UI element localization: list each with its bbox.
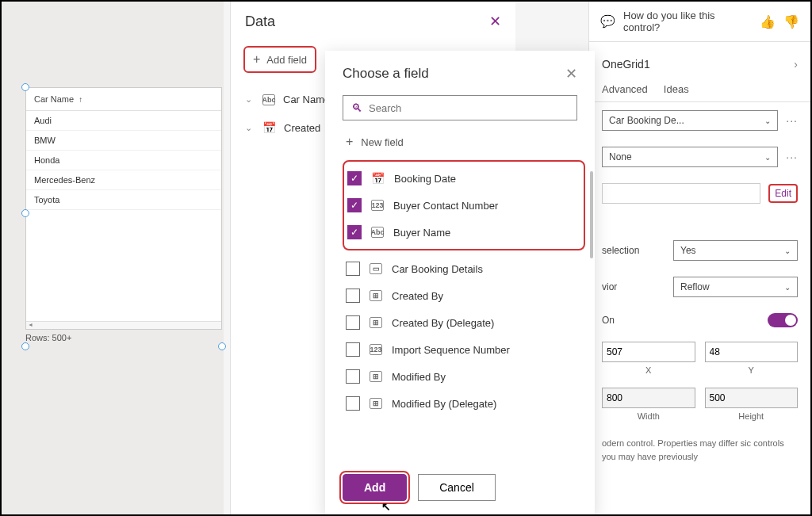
field-list[interactable]: ✓ 📅 Booking Date ✓ 123 Buyer Contact Num… xyxy=(325,155,595,463)
grid-hscroll[interactable] xyxy=(26,321,221,329)
search-input[interactable] xyxy=(369,102,569,114)
width-input[interactable] xyxy=(602,388,695,408)
chevron-down-icon: ⌄ xyxy=(764,117,771,125)
checkbox-unchecked[interactable] xyxy=(346,369,360,384)
grid-column-header[interactable]: Car Name ↑ xyxy=(26,88,221,111)
checked-fields-highlight: ✓ 📅 Booking Date ✓ 123 Buyer Contact Num… xyxy=(343,160,585,250)
new-field-button[interactable]: + New field xyxy=(325,128,595,155)
checkbox-checked[interactable]: ✓ xyxy=(347,225,362,239)
field-option[interactable]: ▭ Car Booking Details xyxy=(343,255,585,282)
text-type-icon: Abc xyxy=(371,227,384,238)
grid-row[interactable]: Toyota xyxy=(26,190,221,210)
flyout-title: Choose a field xyxy=(343,66,429,82)
rows-count-label: Rows: 500+ xyxy=(25,333,71,342)
control-name-header[interactable]: OneGrid1 › xyxy=(589,42,810,77)
checkbox-unchecked[interactable] xyxy=(346,315,360,330)
field-option[interactable]: ✓ 123 Buyer Contact Number xyxy=(344,192,584,219)
field-option[interactable]: ⊞ Created By (Delegate) xyxy=(343,309,585,336)
search-box[interactable]: 🔍︎ xyxy=(343,95,577,120)
field-option[interactable]: ✓ 📅 Booking Date xyxy=(344,165,584,192)
thumbs-down-icon[interactable]: 👎 xyxy=(783,14,799,29)
field-option[interactable]: ⊞ Modified By xyxy=(343,363,585,390)
selection-handle[interactable] xyxy=(21,83,29,91)
control-name: OneGrid1 xyxy=(602,58,650,71)
feedback-question: How do you like this control? xyxy=(623,10,752,33)
x-input[interactable] xyxy=(602,342,695,362)
chevron-down-icon: ⌄ xyxy=(245,94,255,105)
grid-row[interactable]: Mercedes-Benz xyxy=(26,170,221,190)
field-option-label: Booking Date xyxy=(394,173,456,185)
close-icon[interactable]: ✕ xyxy=(565,65,577,82)
add-field-button[interactable]: + Add field xyxy=(243,46,316,73)
modern-control-note: odern control. Properties may differ sic… xyxy=(589,427,810,472)
checkbox-checked[interactable]: ✓ xyxy=(347,198,362,212)
field-label: Car Name xyxy=(283,94,330,105)
field-option-label: Import Sequence Number xyxy=(392,344,510,356)
views-value: None xyxy=(609,151,632,162)
date-type-icon: 📅 xyxy=(262,121,276,134)
more-icon[interactable]: ··· xyxy=(786,151,798,163)
datasource-value: Car Booking De... xyxy=(609,115,684,126)
properties-panel: 💬 How do you like this control? 👍 👎 OneG… xyxy=(588,2,810,516)
y-input[interactable] xyxy=(705,342,799,362)
selection-handle[interactable] xyxy=(218,342,226,350)
selection-dropdown[interactable]: Yes ⌄ xyxy=(673,240,798,261)
card-type-icon: ▭ xyxy=(370,263,382,274)
add-field-label: Add field xyxy=(266,54,307,66)
fields-input[interactable] xyxy=(602,183,760,204)
data-panel-title: Data xyxy=(245,13,275,30)
add-button[interactable]: Add ↖ xyxy=(343,474,407,501)
chevron-right-icon[interactable]: › xyxy=(794,58,798,71)
behavior-label: vior xyxy=(602,281,665,292)
new-field-label: New field xyxy=(361,136,403,148)
datasource-dropdown[interactable]: Car Booking De... ⌄ xyxy=(602,110,778,131)
thumbs-up-icon[interactable]: 👍 xyxy=(760,14,776,29)
grid-control[interactable]: Car Name ↑ Audi BMW Honda Mercedes-Benz … xyxy=(25,87,222,330)
tab-advanced[interactable]: Advanced xyxy=(602,77,648,101)
sort-up-icon: ↑ xyxy=(79,95,82,104)
close-icon[interactable]: ✕ xyxy=(489,13,501,30)
add-button-label: Add xyxy=(364,481,385,494)
number-type-icon: 123 xyxy=(370,344,382,355)
field-option[interactable]: ⊞ Modified By (Delegate) xyxy=(343,390,585,417)
more-icon[interactable]: ··· xyxy=(786,114,798,127)
width-label: Width xyxy=(602,411,695,421)
field-option-label: Modified By (Delegate) xyxy=(392,398,496,410)
grid-row[interactable]: Honda xyxy=(26,151,221,170)
scrollbar-thumb[interactable] xyxy=(590,171,593,258)
selection-handle[interactable] xyxy=(21,209,29,217)
field-option[interactable]: 123 Import Sequence Number xyxy=(343,336,585,363)
field-option[interactable]: ⊞ Created By xyxy=(343,282,585,309)
toggle-switch[interactable] xyxy=(768,313,798,327)
toggle-label: On xyxy=(602,315,615,326)
grid-row[interactable]: Audi xyxy=(26,111,221,131)
height-input[interactable] xyxy=(705,388,799,408)
field-label: Created xyxy=(284,122,320,134)
views-dropdown[interactable]: None ⌄ xyxy=(602,147,778,167)
plus-icon: + xyxy=(346,135,353,149)
selection-handle[interactable] xyxy=(21,342,29,350)
number-type-icon: 123 xyxy=(371,200,384,211)
checkbox-unchecked[interactable] xyxy=(346,342,360,357)
field-option[interactable]: ✓ Abc Buyer Name xyxy=(344,219,584,246)
date-type-icon: 📅 xyxy=(371,172,385,185)
cancel-button[interactable]: Cancel xyxy=(418,474,496,501)
grid-row[interactable]: BMW xyxy=(26,131,221,151)
chevron-down-icon: ⌄ xyxy=(784,247,791,255)
choose-field-flyout: Choose a field ✕ 🔍︎ + New field ✓ 📅 Book… xyxy=(325,51,595,516)
checkbox-unchecked[interactable] xyxy=(346,262,360,276)
checkbox-unchecked[interactable] xyxy=(346,396,360,411)
tab-ideas[interactable]: Ideas xyxy=(664,77,689,101)
chevron-down-icon: ⌄ xyxy=(764,153,771,162)
field-option-label: Buyer Name xyxy=(393,227,450,239)
checkbox-checked[interactable]: ✓ xyxy=(347,171,362,185)
column-name: Car Name xyxy=(34,94,74,104)
edit-fields-button[interactable]: Edit xyxy=(768,184,798,203)
field-option-label: Car Booking Details xyxy=(392,263,483,275)
checkbox-unchecked[interactable] xyxy=(346,289,360,303)
behavior-dropdown[interactable]: Reflow ⌄ xyxy=(673,277,798,297)
selection-value: Yes xyxy=(680,245,696,256)
lookup-type-icon: ⊞ xyxy=(370,317,382,328)
search-icon: 🔍︎ xyxy=(351,101,362,114)
lookup-type-icon: ⊞ xyxy=(370,290,382,301)
